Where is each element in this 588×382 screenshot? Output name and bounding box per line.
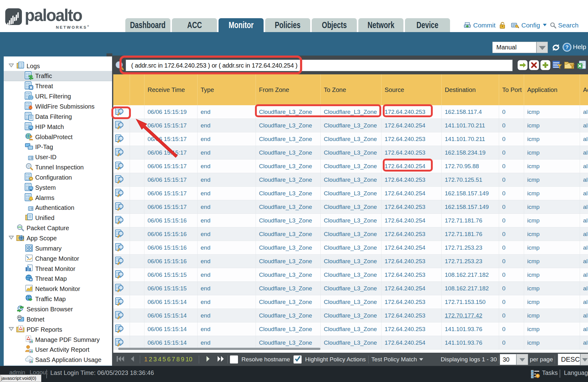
svg-text:?: ? — [565, 44, 569, 50]
